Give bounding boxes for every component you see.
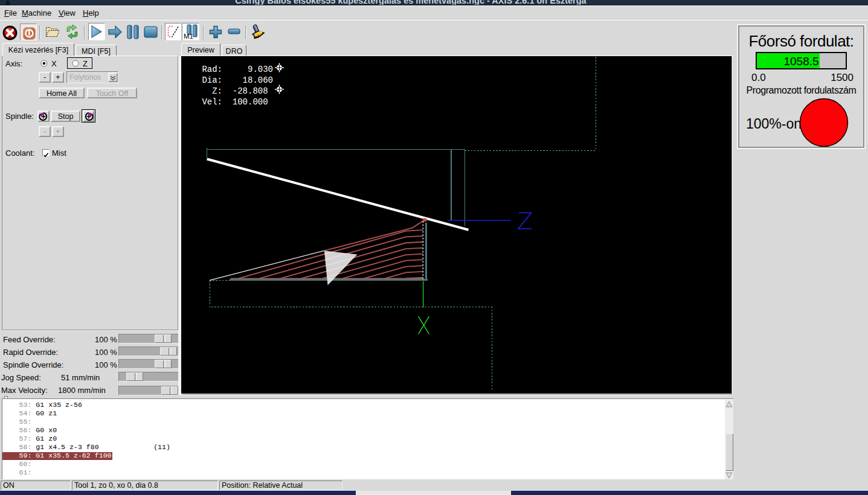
svg-text:Vel: 100.000: Vel: 100.000 <box>202 97 268 107</box>
svg-text:Rad: 9.030: Rad: 9.030 <box>202 65 273 74</box>
svg-text:Z: -28.808: Z: -28.808 <box>202 86 268 96</box>
svg-text:M1: M1 <box>184 33 193 40</box>
svg-text:Dia: 18.060: Dia: 18.060 <box>202 75 273 85</box>
